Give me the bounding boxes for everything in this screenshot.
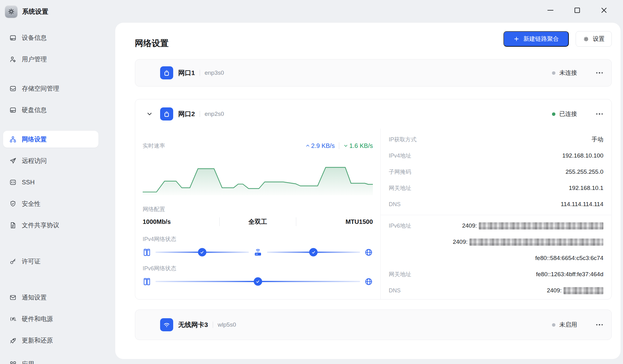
sidebar-item-ssh[interactable]: SSH: [3, 174, 98, 191]
status-dot: [552, 71, 555, 75]
interface-name: 网口1: [178, 69, 195, 77]
download-speed: 1.6 KB/s: [344, 142, 373, 149]
info-label: IPv4地址: [389, 152, 411, 159]
realtime-speed-label: 实时速率: [143, 142, 165, 149]
create-link-aggregation-label: 新建链路聚合: [523, 35, 559, 43]
hardware-power-icon: [9, 315, 17, 323]
collapse-button[interactable]: [143, 111, 156, 117]
more-menu-button[interactable]: [596, 322, 604, 328]
file-sharing-icon: [9, 222, 17, 229]
check-badge: [254, 277, 262, 286]
info-label: 网关地址: [389, 184, 411, 192]
chevron-down-icon: [146, 111, 153, 117]
disk-info-icon: [9, 106, 17, 114]
interface-name: 网口2: [178, 110, 195, 118]
more-menu-button[interactable]: [596, 70, 604, 76]
section-divider: [381, 215, 611, 215]
maximize-icon: [573, 6, 581, 14]
ipv6-status-label-row: IPv6网络状态: [143, 265, 373, 272]
interface-device: wlp5s0: [218, 321, 236, 328]
page-title: 网络设置: [135, 38, 169, 49]
minimize-button[interactable]: [545, 5, 556, 16]
info-value: 2409:: [462, 222, 603, 229]
sidebar-item-device-info[interactable]: 设备信息: [3, 29, 98, 46]
status-badge: 未连接: [552, 69, 604, 77]
sidebar-item-file-sharing[interactable]: 文件共享协议: [3, 217, 98, 234]
sidebar-item-label: 网络设置: [22, 135, 47, 144]
system-settings-window: 系统设置 设备信息 用户管理: [0, 0, 623, 364]
status-badge: 未启用: [552, 321, 604, 329]
check-icon: [256, 279, 260, 284]
ethernet-port-icon: [160, 107, 173, 121]
sidebar-item-disk-info[interactable]: 硬盘信息: [3, 102, 98, 118]
info-label: IPv6地址: [389, 222, 411, 229]
sidebar-item-storage-management[interactable]: 存储空间管理: [3, 80, 98, 97]
device-info-icon: [9, 34, 17, 41]
status-dot: [552, 323, 555, 327]
info-row: 网关地址 192.168.10.1: [381, 180, 611, 196]
divider: [213, 322, 213, 328]
nic-card-port2: 网口2 enp2s0 已连接 实时速率: [135, 99, 612, 300]
check-badge: [309, 248, 318, 257]
link-segment: [155, 281, 360, 282]
mtu-value: MTU1500: [296, 218, 373, 225]
redacted-blur: [469, 239, 603, 246]
nic-card-port1-header[interactable]: 网口1 enp3s0 未连接: [135, 59, 611, 86]
page-actions: 新建链路聚合 设置: [503, 31, 612, 47]
redacted-blur: [564, 287, 603, 294]
status-text: 未连接: [559, 69, 577, 77]
sidebar-item-apps[interactable]: 应用: [3, 356, 98, 364]
info-row: DNS 2409:: [381, 282, 611, 299]
title-bar: 系统设置: [0, 0, 623, 23]
info-label: IP获取方式: [389, 136, 416, 143]
sidebar-item-label: 文件共享协议: [22, 221, 59, 229]
sidebar-item-label: 应用: [22, 360, 34, 364]
info-row: IPv6地址 2409:: [381, 218, 611, 234]
ipv6-status-label: IPv6网络状态: [143, 265, 176, 272]
info-value: fe80::584:6654:c5c3:6c74: [535, 255, 603, 262]
ethernet-port-glyph: [163, 69, 171, 77]
sidebar-item-hardware-power[interactable]: 硬件和电源: [3, 310, 98, 327]
info-row: IP获取方式 手动: [381, 131, 611, 148]
maximize-button[interactable]: [572, 5, 583, 16]
more-menu-button[interactable]: [596, 111, 604, 117]
check-icon: [200, 250, 204, 254]
link-segment: [267, 252, 360, 253]
update-restore-icon: [9, 337, 17, 344]
minimize-icon: [546, 6, 554, 14]
storage-management-icon: [9, 85, 17, 92]
status-badge: 已连接: [552, 110, 604, 118]
close-icon: [600, 6, 608, 14]
ipv4-status-diagram: [143, 247, 373, 258]
settings-button[interactable]: 设置: [576, 31, 612, 47]
sidebar-item-license[interactable]: 许可证: [3, 253, 98, 270]
info-row: 网关地址 fe80::1263:4bff:fe37:464d: [381, 266, 611, 282]
sidebar-item-notifications[interactable]: 通知设置: [3, 289, 98, 306]
info-row: IPv4地址 192.168.10.100: [381, 148, 611, 164]
apps-icon: [9, 361, 17, 364]
sidebar-item-update-restore[interactable]: 更新和还原: [3, 332, 98, 349]
nic-card-port2-header[interactable]: 网口2 enp2s0 已连接: [135, 99, 611, 129]
sidebar-item-security[interactable]: 安全性: [3, 195, 98, 212]
sidebar-item-remote-access[interactable]: 远程访问: [3, 152, 98, 169]
create-link-aggregation-button[interactable]: 新建链路聚合: [503, 31, 569, 47]
sidebar-item-user-management[interactable]: 用户管理: [3, 51, 98, 68]
nic-card-wifi3-header[interactable]: 无线网卡3 wlp5s0 未启用: [135, 310, 611, 340]
link-segment: [155, 252, 249, 253]
link-speed: 1000Mb/s: [143, 218, 219, 225]
router-icon: [253, 248, 263, 257]
sidebar-item-label: SSH: [22, 179, 35, 186]
close-button[interactable]: [599, 5, 609, 16]
network-config-values: 1000Mb/s 全双工 MTU1500: [143, 216, 373, 227]
nic-card-port2-body: 实时速率 2.9 KB/s 1.6 KB/s: [135, 129, 611, 299]
info-row: fe80::584:6654:c5c3:6c74: [381, 250, 611, 266]
interface-name: 无线网卡3: [178, 320, 208, 329]
interface-device: enp2s0: [205, 111, 224, 117]
info-label: DNS: [389, 287, 401, 294]
info-row: 2409:: [381, 234, 611, 250]
sidebar-item-network-settings[interactable]: 网络设置: [3, 131, 98, 148]
info-value: 2409:: [547, 287, 603, 294]
realtime-speed-chart: [143, 160, 373, 195]
sidebar-item-label: 硬盘信息: [22, 106, 47, 114]
sidebar-item-label: 存储空间管理: [22, 84, 59, 93]
